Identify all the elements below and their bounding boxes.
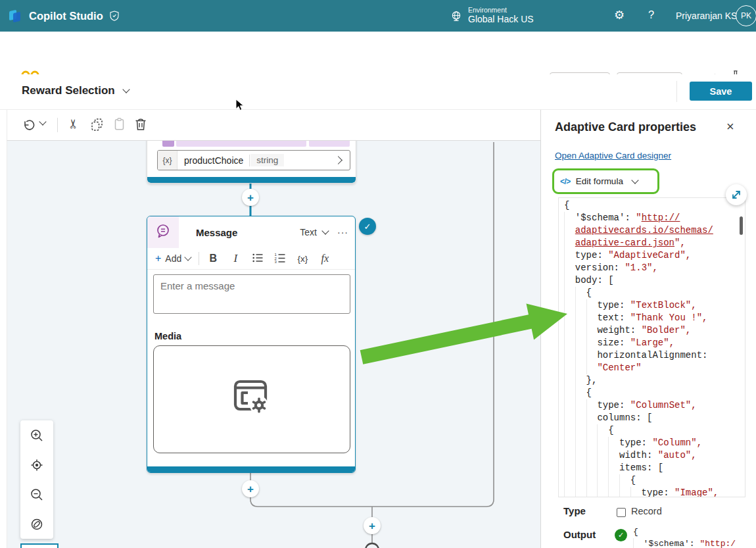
chevron-right-icon bbox=[334, 156, 343, 164]
add-node-button[interactable]: + bbox=[242, 189, 259, 206]
cut-button[interactable]: ✂ bbox=[66, 119, 81, 130]
authoring-canvas[interactable]: {x} productChoice string + Message bbox=[7, 140, 540, 548]
scrollbar-thumb[interactable] bbox=[740, 216, 743, 235]
message-node[interactable]: Message Text ··· + Add B I bbox=[147, 216, 356, 473]
topic-name-dropdown[interactable]: Reward Selection bbox=[22, 84, 129, 97]
avatar-initials: PK bbox=[741, 11, 751, 20]
undo-button[interactable] bbox=[22, 118, 36, 132]
message-bubble-icon bbox=[155, 223, 171, 241]
output-label: Output bbox=[563, 529, 596, 540]
environment-label: Environment bbox=[468, 6, 534, 14]
edit-formula-label: Edit formula bbox=[576, 176, 623, 186]
topic-bar: Reward Selection Copilot Comments {x} Va… bbox=[0, 74, 756, 110]
italic-button[interactable]: I bbox=[224, 252, 247, 265]
user-avatar[interactable]: PK bbox=[736, 5, 756, 26]
variable-chip-partial bbox=[176, 140, 306, 147]
mode-value: Text bbox=[300, 227, 317, 237]
code-lines: {'$schema': "http://adaptivecards.io/sch… bbox=[564, 199, 745, 497]
node-title: Message bbox=[196, 227, 237, 238]
type-label: Type bbox=[563, 505, 586, 516]
zoom-out-button[interactable] bbox=[20, 480, 53, 509]
variable-row[interactable]: {x} productChoice string bbox=[157, 150, 350, 170]
paste-button[interactable] bbox=[112, 117, 127, 132]
message-mode-dropdown[interactable]: Text bbox=[300, 227, 328, 237]
environment-name: Global Hack US bbox=[468, 14, 534, 24]
close-icon[interactable]: × bbox=[726, 119, 734, 134]
copy-button[interactable] bbox=[90, 117, 105, 132]
open-designer-link[interactable]: Open Adaptive Card designer bbox=[555, 151, 671, 161]
chevron-down-icon bbox=[631, 176, 638, 184]
node-accent-bar bbox=[147, 177, 356, 183]
help-icon[interactable]: ? bbox=[648, 9, 654, 21]
toolbar-divider bbox=[57, 118, 58, 132]
navigation-toggle-button[interactable] bbox=[20, 509, 53, 539]
code-brackets-icon: </> bbox=[560, 177, 571, 186]
question-node-partial[interactable]: {x} productChoice string bbox=[147, 140, 356, 184]
insert-variable-button[interactable]: {x} bbox=[291, 254, 314, 264]
settings-gear-icon[interactable]: ⚙ bbox=[614, 8, 625, 22]
save-button[interactable]: Save bbox=[690, 82, 752, 101]
topicbar-divider bbox=[676, 81, 677, 102]
canvas-toolbar: ✂ bbox=[7, 110, 540, 140]
bold-button[interactable]: B bbox=[202, 253, 224, 264]
expand-formula-button[interactable] bbox=[726, 184, 747, 205]
chevron-down-icon bbox=[321, 227, 329, 234]
panel-title: Adaptive Card properties bbox=[555, 120, 696, 134]
variable-chip-partial bbox=[162, 140, 174, 147]
adaptive-card-media-icon bbox=[230, 378, 273, 420]
formula-button[interactable]: fx bbox=[314, 253, 336, 264]
delete-button[interactable] bbox=[133, 117, 148, 132]
node-accent-bar bbox=[147, 466, 355, 472]
variable-chip-partial bbox=[309, 140, 350, 147]
adaptive-card-properties-panel: Adaptive Card properties × Open Adaptive… bbox=[540, 110, 756, 548]
media-label: Media bbox=[154, 331, 181, 341]
chevron-down-icon bbox=[122, 86, 130, 93]
bot-header: Rewards & Recognition Overview Knowledge… bbox=[0, 32, 756, 74]
edit-formula-button[interactable]: </> Edit formula bbox=[552, 168, 659, 194]
message-format-toolbar: + Add B I 123 {x} fx bbox=[147, 248, 355, 270]
variable-name: productChoice bbox=[184, 155, 243, 166]
chevron-down-icon bbox=[185, 253, 192, 261]
add-node-button[interactable]: + bbox=[364, 517, 381, 534]
message-node-header: Message Text ··· bbox=[147, 216, 355, 248]
type-value: Record bbox=[631, 506, 662, 516]
center-view-button[interactable] bbox=[20, 450, 53, 480]
node-status-check-badge[interactable]: ✓ bbox=[359, 218, 376, 235]
environment-picker[interactable]: Environment Global Hack US bbox=[468, 6, 534, 24]
message-icon-box bbox=[147, 216, 179, 248]
app-title: Copilot Studio bbox=[29, 10, 103, 22]
minimap-partial[interactable] bbox=[20, 543, 59, 548]
numbered-list-button[interactable]: 123 bbox=[269, 252, 291, 266]
plus-icon: + bbox=[155, 253, 161, 264]
output-preview: {'$schema': "http:/ bbox=[633, 526, 751, 548]
formula-code-editor[interactable]: {'$schema': "http://adaptivecards.io/sch… bbox=[558, 197, 745, 497]
add-content-button[interactable]: + Add bbox=[155, 253, 191, 264]
variable-type-chip: string bbox=[250, 154, 284, 166]
svg-text:3: 3 bbox=[275, 260, 277, 264]
top-app-bar: Copilot Studio Environment Global Hack U… bbox=[0, 0, 756, 32]
node-more-button[interactable]: ··· bbox=[337, 227, 348, 237]
copilot-studio-app: Copilot Studio Environment Global Hack U… bbox=[0, 0, 756, 548]
variable-prefix-chip: {x} bbox=[158, 151, 177, 170]
bullet-list-button[interactable] bbox=[247, 252, 269, 266]
media-box[interactable] bbox=[153, 345, 350, 453]
topic-name: Reward Selection bbox=[22, 84, 115, 97]
undo-menu-chevron[interactable] bbox=[40, 122, 45, 124]
environment-globe-icon bbox=[450, 11, 462, 25]
user-name: Priyaranjan KS bbox=[676, 11, 737, 21]
copilot-studio-logo-icon[interactable] bbox=[8, 9, 22, 23]
output-success-check-icon: ✓ bbox=[615, 529, 627, 541]
zoom-in-button[interactable] bbox=[20, 420, 53, 450]
add-label: Add bbox=[165, 253, 181, 264]
canvas-zoom-controls bbox=[20, 420, 53, 539]
shield-check-icon bbox=[110, 11, 119, 21]
record-type-icon bbox=[617, 508, 626, 517]
add-node-button[interactable]: + bbox=[242, 480, 259, 497]
message-input[interactable] bbox=[153, 274, 350, 314]
